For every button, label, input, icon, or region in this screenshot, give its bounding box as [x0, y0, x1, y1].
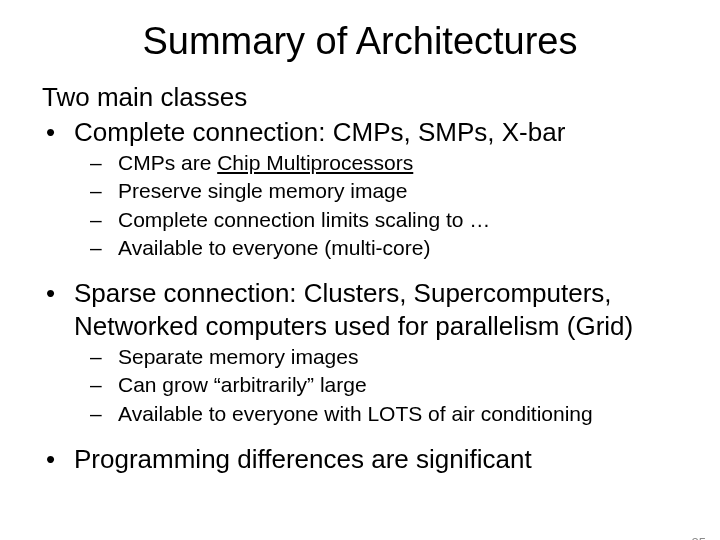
- sub-bullet: – CMPs are Chip Multiprocessors: [90, 150, 678, 176]
- slide-body: Two main classes • Complete connection: …: [0, 81, 720, 475]
- bullet-programming-differences: • Programming differences are significan…: [42, 443, 678, 476]
- dash-marker-icon: –: [90, 372, 118, 398]
- bullet-text: Sparse connection: Clusters, Supercomput…: [74, 277, 678, 342]
- sub-bullet-text: Can grow “arbitrarily” large: [118, 372, 367, 398]
- dash-marker-icon: –: [90, 207, 118, 233]
- bullet-text: Programming differences are significant: [74, 443, 532, 476]
- sub-bullet-text: Complete connection limits scaling to …: [118, 207, 490, 233]
- dash-marker-icon: –: [90, 178, 118, 204]
- sub-bullet-text: Preserve single memory image: [118, 178, 407, 204]
- slide: Summary of Architectures Two main classe…: [0, 20, 720, 540]
- dash-marker-icon: –: [90, 401, 118, 427]
- bullet-text: Complete connection: CMPs, SMPs, X-bar: [74, 116, 565, 149]
- sub-bullet-text: CMPs are Chip Multiprocessors: [118, 150, 413, 176]
- sub-bullet-text: Available to everyone with LOTS of air c…: [118, 401, 593, 427]
- bullet-marker-icon: •: [42, 277, 74, 342]
- underlined-term: Chip Multiprocessors: [217, 151, 413, 174]
- bullet-sparse-connection: • Sparse connection: Clusters, Supercomp…: [42, 277, 678, 342]
- sub-bullet: – Can grow “arbitrarily” large: [90, 372, 678, 398]
- page-number: 25: [692, 535, 706, 540]
- intro-line: Two main classes: [42, 81, 678, 114]
- text-fragment: CMPs are: [118, 151, 217, 174]
- sub-bullet: – Available to everyone (multi-core): [90, 235, 678, 261]
- slide-title: Summary of Architectures: [0, 20, 720, 63]
- sub-bullet: – Separate memory images: [90, 344, 678, 370]
- sub-bullet-text: Available to everyone (multi-core): [118, 235, 430, 261]
- dash-marker-icon: –: [90, 344, 118, 370]
- dash-marker-icon: –: [90, 150, 118, 176]
- sub-bullet: – Available to everyone with LOTS of air…: [90, 401, 678, 427]
- bullet-marker-icon: •: [42, 443, 74, 476]
- dash-marker-icon: –: [90, 235, 118, 261]
- bullet-marker-icon: •: [42, 116, 74, 149]
- sub-bullet: – Complete connection limits scaling to …: [90, 207, 678, 233]
- bullet-complete-connection: • Complete connection: CMPs, SMPs, X-bar: [42, 116, 678, 149]
- sub-bullet-text: Separate memory images: [118, 344, 358, 370]
- sub-bullet: – Preserve single memory image: [90, 178, 678, 204]
